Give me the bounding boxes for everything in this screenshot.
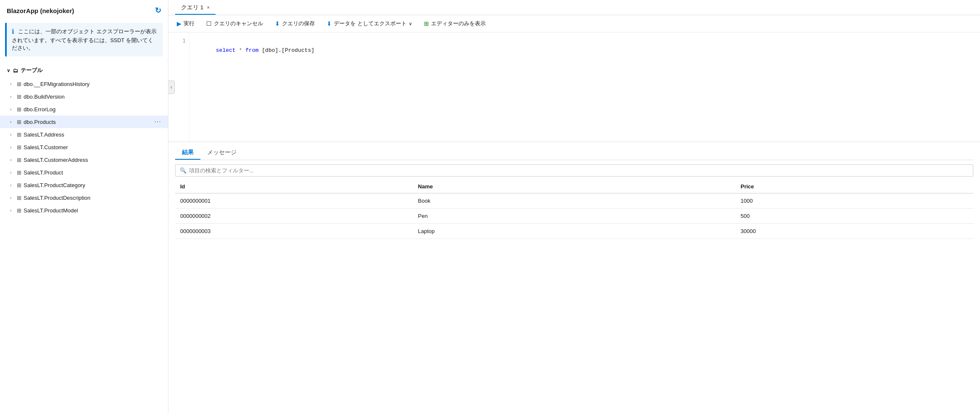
table-row: 0000000003 Laptop 30000 bbox=[175, 224, 973, 239]
table-list: › ⊞ dbo.__EFMigrationsHistory ··· › ⊞ db… bbox=[0, 78, 168, 217]
table-label: SalesLT.CustomerAddress bbox=[24, 157, 154, 163]
table-item-4[interactable]: › ⊞ SalesLT.Address ··· bbox=[0, 128, 168, 141]
chevron-right-icon: › bbox=[10, 82, 15, 86]
table-label: SalesLT.Product bbox=[24, 169, 154, 176]
operator-star: * bbox=[236, 47, 245, 54]
table-row: 0000000002 Pen 500 bbox=[175, 209, 973, 224]
chevron-right-icon: › bbox=[10, 132, 15, 137]
search-input[interactable] bbox=[189, 167, 969, 174]
info-text: ここには、一部のオブジェクト エクスプローラーが表示されています。すべてを表示す… bbox=[12, 29, 157, 51]
table-item-6[interactable]: › ⊞ SalesLT.CustomerAddress ··· bbox=[0, 153, 168, 166]
run-icon: ▶ bbox=[177, 20, 181, 27]
cell-name: Book bbox=[413, 193, 735, 209]
tab-close-icon[interactable]: × bbox=[207, 5, 210, 11]
tables-section-label: テーブル bbox=[21, 67, 43, 74]
results-tabs: 結果 メッセージ bbox=[175, 142, 973, 160]
tab-messages[interactable]: メッセージ bbox=[200, 145, 243, 160]
line-number-1: 1 bbox=[182, 38, 186, 44]
table-icon: ⊞ bbox=[17, 169, 21, 176]
table-item-9[interactable]: › ⊞ SalesLT.ProductDescription ··· bbox=[0, 191, 168, 204]
cell-id: 0000000001 bbox=[175, 193, 413, 209]
table-label: SalesLT.ProductDescription bbox=[24, 195, 154, 201]
chevron-right-icon: › bbox=[10, 94, 15, 99]
grid-icon: ⊞ bbox=[424, 20, 429, 27]
save-label: クエリの保存 bbox=[282, 20, 315, 27]
chevron-down-icon: ∨ bbox=[7, 68, 10, 73]
table-item-8[interactable]: › ⊞ SalesLT.ProductCategory ··· bbox=[0, 179, 168, 191]
chevron-right-icon: › bbox=[10, 158, 15, 162]
table-item-1[interactable]: › ⊞ dbo.BuildVersion ··· bbox=[0, 90, 168, 103]
chevron-right-icon: › bbox=[10, 208, 15, 213]
chevron-down-icon: ∨ bbox=[409, 21, 412, 27]
cell-price: 1000 bbox=[735, 193, 973, 209]
col-header-id: Id bbox=[175, 180, 413, 193]
tab-bar: クエリ 1 × bbox=[168, 0, 980, 15]
export-icon: ⬇ bbox=[327, 20, 332, 27]
run-button[interactable]: ▶ 実行 bbox=[175, 19, 196, 29]
table-icon: ⊞ bbox=[17, 131, 21, 138]
table-row: 0000000001 Book 1000 bbox=[175, 193, 973, 209]
table-icon: ⊞ bbox=[17, 94, 21, 100]
table-label: SalesLT.Customer bbox=[24, 144, 154, 150]
editor-area: 1 select * from [dbo].[Products] ‹ bbox=[168, 32, 980, 142]
table-item-10[interactable]: › ⊞ SalesLT.ProductModel ··· bbox=[0, 204, 168, 217]
query-tab-1[interactable]: クエリ 1 × bbox=[175, 0, 216, 15]
table-icon: ⊞ bbox=[17, 81, 21, 87]
cell-id: 0000000002 bbox=[175, 209, 413, 224]
more-options-icon[interactable]: ··· bbox=[154, 118, 161, 126]
table-item-5[interactable]: › ⊞ SalesLT.Customer ··· bbox=[0, 141, 168, 153]
tab-label: クエリ 1 bbox=[181, 4, 203, 11]
run-label: 実行 bbox=[184, 20, 194, 27]
sidebar: BlazorApp (nekojoker) ↻ ℹ ここには、一部のオブジェクト… bbox=[0, 0, 168, 413]
table-label: SalesLT.ProductCategory bbox=[24, 182, 154, 188]
collapse-handle[interactable]: ‹ bbox=[168, 80, 175, 94]
search-icon: 🔍 bbox=[180, 167, 186, 174]
save-button[interactable]: ⬇ クエリの保存 bbox=[273, 19, 317, 29]
table-icon: ⊞ bbox=[17, 195, 21, 201]
table-label: dbo.BuildVersion bbox=[24, 94, 154, 100]
search-bar[interactable]: 🔍 bbox=[175, 164, 973, 177]
chevron-right-icon: › bbox=[10, 183, 15, 188]
cancel-label: クエリのキャンセル bbox=[214, 20, 263, 27]
table-icon: ⊞ bbox=[17, 119, 21, 125]
col-header-price: Price bbox=[735, 180, 973, 193]
cancel-icon: ☐ bbox=[206, 20, 212, 27]
cell-price: 30000 bbox=[735, 224, 973, 239]
info-box: ℹ ここには、一部のオブジェクト エクスプローラーが表示されています。すべてを表… bbox=[5, 23, 163, 56]
app-title: BlazorApp (nekojoker) bbox=[7, 7, 74, 14]
table-icon: ⊞ bbox=[17, 144, 21, 150]
sidebar-header: BlazorApp (nekojoker) ↻ bbox=[0, 0, 168, 19]
table-item-7[interactable]: › ⊞ SalesLT.Product ··· bbox=[0, 166, 168, 179]
col-header-name: Name bbox=[413, 180, 735, 193]
editor-label: エディターのみを表示 bbox=[431, 20, 486, 27]
toolbar: ▶ 実行 ☐ クエリのキャンセル ⬇ クエリの保存 ⬇ データを としてエクスポ… bbox=[168, 15, 980, 32]
code-editor[interactable]: select * from [dbo].[Products] bbox=[189, 32, 980, 142]
table-label: dbo.ErrorLog bbox=[24, 106, 154, 113]
chevron-right-icon: › bbox=[10, 107, 15, 112]
save-icon: ⬇ bbox=[275, 20, 280, 27]
main-panel: クエリ 1 × ▶ 実行 ☐ クエリのキャンセル ⬇ クエリの保存 ⬇ データを… bbox=[168, 0, 980, 413]
table-header-row: Id Name Price bbox=[175, 180, 973, 193]
chevron-right-icon: › bbox=[10, 170, 15, 175]
cancel-button[interactable]: ☐ クエリのキャンセル bbox=[205, 19, 265, 29]
table-icon: ⊞ bbox=[17, 182, 21, 188]
table-item-2[interactable]: › ⊞ dbo.ErrorLog ··· bbox=[0, 103, 168, 115]
table-icon: ⊞ bbox=[17, 207, 21, 214]
table-label: SalesLT.ProductModel bbox=[24, 207, 154, 214]
table-ident: [dbo].[Products] bbox=[258, 47, 314, 54]
export-label: データを としてエクスポート bbox=[334, 20, 407, 27]
info-icon: ℹ bbox=[12, 28, 14, 35]
table-icon: ⊞ bbox=[17, 157, 21, 163]
table-item-3[interactable]: › ⊞ dbo.Products ··· bbox=[0, 115, 168, 128]
keyword-from: from bbox=[245, 47, 258, 54]
editor-only-button[interactable]: ⊞ エディターのみを表示 bbox=[422, 19, 487, 29]
tables-section-header[interactable]: ∨ 🗂 テーブル bbox=[0, 63, 168, 78]
cell-name: Pen bbox=[413, 209, 735, 224]
cell-name: Laptop bbox=[413, 224, 735, 239]
table-label: SalesLT.Address bbox=[24, 131, 154, 138]
table-label: dbo.__EFMigrationsHistory bbox=[24, 81, 154, 87]
refresh-icon[interactable]: ↻ bbox=[155, 6, 161, 15]
export-button[interactable]: ⬇ データを としてエクスポート ∨ bbox=[325, 19, 414, 29]
tab-results[interactable]: 結果 bbox=[175, 145, 200, 160]
table-item-0[interactable]: › ⊞ dbo.__EFMigrationsHistory ··· bbox=[0, 78, 168, 90]
